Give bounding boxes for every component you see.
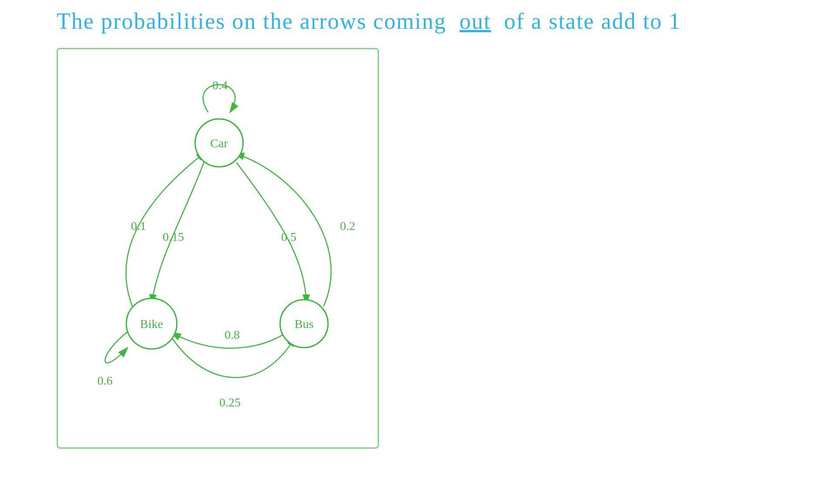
diagram-svg: 0.4 0.5 0.15 0.1 0.6 0.25 0.8 0.2 Car: [58, 49, 380, 450]
title-text: The probabilities on the arrows coming o…: [57, 8, 681, 35]
prob-bike-car: 0.1: [131, 219, 146, 233]
prob-car-self: 0.4: [213, 78, 228, 92]
prob-bus-bike: 0.8: [225, 328, 240, 342]
bus-label: Bus: [294, 317, 314, 331]
title-area: The probabilities on the arrows coming o…: [57, 8, 810, 35]
bike-self-loop: [105, 330, 130, 363]
prob-bus-car: 0.2: [340, 219, 355, 233]
prob-bike-self: 0.6: [98, 374, 113, 387]
bike-label: Bike: [140, 317, 163, 331]
bike-to-bus: [171, 337, 295, 378]
title-out: out: [460, 9, 491, 34]
car-label: Car: [210, 136, 228, 150]
prob-car-bike: 0.15: [163, 230, 184, 244]
prob-car-bus: 0.5: [281, 230, 297, 244]
diagram-box: 0.4 0.5 0.15 0.1 0.6 0.25 0.8 0.2 Car: [57, 48, 379, 449]
prob-bike-bus: 0.25: [220, 396, 241, 409]
